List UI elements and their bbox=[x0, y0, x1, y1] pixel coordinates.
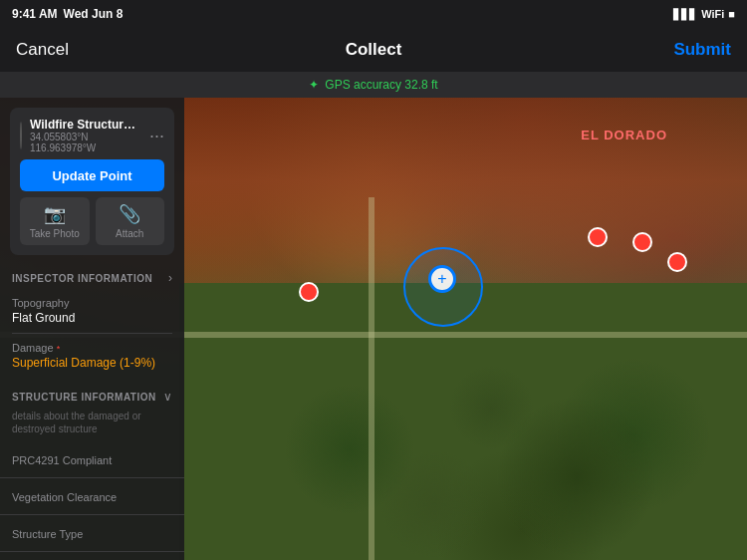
struct-field-label-2: Structure Type bbox=[12, 528, 83, 540]
inspector-chevron-icon: › bbox=[168, 271, 172, 285]
damage-value: Superficial Damage (1-9%) bbox=[12, 356, 172, 370]
field-group: Topography Flat Ground Damage * Superfic… bbox=[0, 289, 184, 378]
take-photo-label: Take Photo bbox=[30, 228, 80, 239]
struct-field-label-1: Vegetation Clearance bbox=[12, 491, 117, 503]
structure-description: details about the damaged or destroyed s… bbox=[0, 408, 184, 441]
damage-required-star: * bbox=[57, 344, 61, 354]
map-marker-4 bbox=[299, 282, 319, 302]
time-date: 9:41 AM Wed Jun 8 bbox=[12, 7, 123, 21]
more-icon[interactable]: ··· bbox=[147, 126, 166, 146]
struct-field-2[interactable]: Structure Type bbox=[0, 515, 184, 552]
topography-field: Topography Flat Ground bbox=[12, 289, 172, 334]
submit-button[interactable]: Submit bbox=[673, 40, 731, 60]
damage-label: Damage * bbox=[12, 342, 172, 354]
signal-icon: ▋▋▋ bbox=[673, 9, 697, 20]
nav-title: Collect bbox=[346, 40, 402, 60]
date: Wed Jun 8 bbox=[64, 7, 124, 21]
wifi-icon: WiFi bbox=[701, 8, 724, 20]
left-panel: Wildfire Structure D... 34.055803°N 116.… bbox=[0, 98, 184, 560]
structure-chevron-icon: ∨ bbox=[163, 390, 172, 404]
update-point-button[interactable]: Update Point bbox=[20, 159, 164, 191]
attach-label: Attach bbox=[116, 228, 143, 239]
inspector-section-header[interactable]: INSPECTOR INFORMATION › bbox=[0, 263, 184, 289]
damage-field: Damage * Superficial Damage (1-9%) bbox=[12, 334, 172, 378]
status-icons: ▋▋▋ WiFi ■ bbox=[673, 8, 735, 20]
structure-section-header[interactable]: STRUCTURE INFORMATION ∨ bbox=[0, 382, 184, 408]
feature-avatar bbox=[20, 122, 22, 149]
take-photo-button[interactable]: 📷 Take Photo bbox=[20, 197, 90, 245]
inspector-section-label: INSPECTOR INFORMATION bbox=[12, 273, 152, 284]
attach-button[interactable]: 📎 Attach bbox=[96, 197, 165, 245]
gps-accuracy-text: GPS accuracy 32.8 ft bbox=[325, 78, 437, 92]
feature-card-header: Wildfire Structure D... 34.055803°N 116.… bbox=[20, 118, 164, 153]
structure-section: STRUCTURE INFORMATION ∨ details about th… bbox=[0, 382, 184, 560]
status-bar: 9:41 AM Wed Jun 8 ▋▋▋ WiFi ■ bbox=[0, 0, 747, 28]
map-marker-3 bbox=[667, 252, 687, 272]
map-marker-2 bbox=[632, 232, 652, 252]
struct-field-label-0: PRC4291 Compliant bbox=[12, 454, 112, 466]
camera-icon: 📷 bbox=[44, 203, 66, 225]
battery-icon: ■ bbox=[728, 8, 735, 20]
feature-card: Wildfire Structure D... 34.055803°N 116.… bbox=[10, 108, 174, 255]
structure-fields: PRC4291 CompliantVegetation ClearanceStr… bbox=[0, 441, 184, 560]
map-marker-1 bbox=[588, 227, 608, 247]
attach-icon: 📎 bbox=[119, 203, 140, 225]
topography-value: Flat Ground bbox=[12, 311, 172, 325]
structure-section-label: STRUCTURE INFORMATION bbox=[12, 392, 156, 403]
nav-bar: Cancel Collect Submit bbox=[0, 28, 747, 72]
cancel-button[interactable]: Cancel bbox=[16, 40, 69, 60]
gps-bar: ✦ GPS accuracy 32.8 ft bbox=[0, 72, 747, 98]
topography-label: Topography bbox=[12, 297, 172, 309]
feature-coords: 34.055803°N 116.963978°W bbox=[30, 132, 139, 153]
feature-title: Wildfire Structure D... bbox=[30, 118, 139, 132]
map-label-eldorado: EL DORADO bbox=[581, 128, 667, 142]
feature-title-wrap: Wildfire Structure D... 34.055803°N 116.… bbox=[30, 118, 139, 153]
struct-field-3[interactable]: Type bbox=[0, 552, 184, 560]
gps-icon: ✦ bbox=[309, 78, 319, 92]
time: 9:41 AM bbox=[12, 7, 58, 21]
map-trees bbox=[179, 283, 747, 560]
struct-field-1[interactable]: Vegetation Clearance bbox=[0, 478, 184, 515]
action-row: 📷 Take Photo 📎 Attach bbox=[20, 197, 164, 245]
map-center-target bbox=[428, 265, 456, 293]
road-vertical bbox=[369, 197, 374, 560]
struct-field-0[interactable]: PRC4291 Compliant bbox=[0, 441, 184, 478]
